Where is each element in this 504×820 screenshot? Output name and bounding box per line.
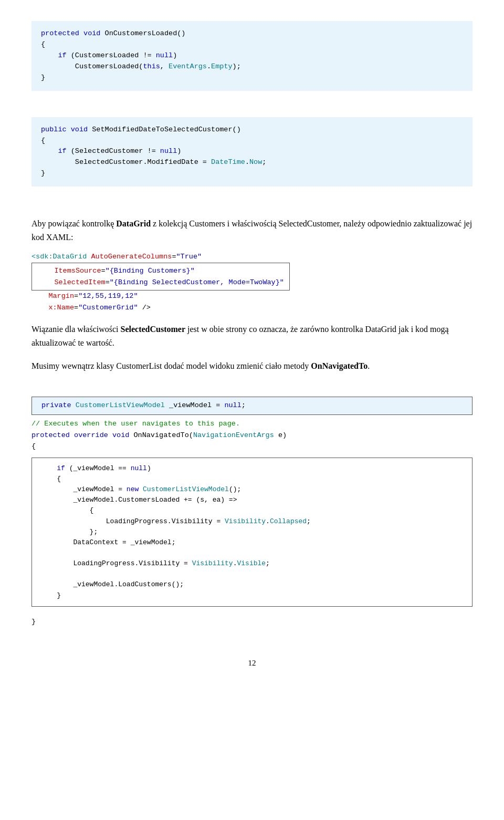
code-block-inner-navigated: if (_viewModel == null) { _viewModel = n… <box>32 458 472 607</box>
visibility-visible: Visible <box>237 559 266 567</box>
keyword-null3: null <box>224 401 241 409</box>
type-visibility2: Visibility <box>192 559 233 567</box>
paragraph-binding-explanation: Wiązanie dla właściwości SelectedCustome… <box>32 323 472 349</box>
comment-executes: // Executes when the user navigates to t… <box>32 420 240 428</box>
xaml-val-itemssource: "{Binding Customers}" <box>106 267 195 275</box>
code-closing-brace: } <box>32 616 472 628</box>
keyword-public: public <box>41 126 67 133</box>
keyword-void: void <box>83 29 100 37</box>
page-content: protected void OnCustomersLoaded() { if … <box>32 21 472 668</box>
keyword-protected: protected <box>41 29 79 37</box>
xaml-bordered-block: ItemsSource="{Binding Customers}" Select… <box>32 263 290 290</box>
xaml-val-true: "True" <box>176 253 202 261</box>
keyword-protected2: protected <box>32 431 70 439</box>
type-navargs: NavigationEventArgs <box>193 431 274 439</box>
separator2 <box>32 196 472 207</box>
keyword-this: this <box>143 63 160 70</box>
type-customerlistviewmodel: CustomerListViewModel <box>76 401 165 409</box>
code-viewmodel-declaration: private CustomerListViewModel _viewModel… <box>32 397 472 415</box>
page-number: 12 <box>32 659 472 668</box>
code-block-on-customers-loaded: protected void OnCustomersLoaded() { if … <box>32 21 472 91</box>
xaml-attr-xname: x:Name <box>48 304 74 312</box>
separator3 <box>32 380 472 391</box>
xaml-attr-itemssource: ItemsSource <box>54 267 101 275</box>
keyword-void2: void <box>71 126 88 133</box>
xaml-tag-sdk: <sdk:DataGrid <box>32 253 87 261</box>
xaml-val-margin: "12,55,119,12" <box>78 292 138 300</box>
keyword-null4: null <box>131 464 147 472</box>
keyword-void3: void <box>112 431 129 439</box>
eventargs-ref: EventArgs <box>169 63 207 70</box>
bold-selectedcustomer: SelectedCustomer <box>121 325 186 334</box>
xaml-attr-autogenerate: AutoGenerateColumns <box>91 253 172 261</box>
visibility-collapsed: Collapsed <box>270 517 307 525</box>
datetime-now: Now <box>249 158 262 166</box>
xaml-val-xname: "CustomerGrid" <box>78 304 138 312</box>
code-comment-onnavigated: // Executes when the user navigates to t… <box>32 418 472 452</box>
xaml-attr-selecteditem: SelectedItem <box>54 278 105 286</box>
keyword-new: new <box>127 485 139 493</box>
keyword-override: override <box>74 431 108 439</box>
xaml-val-selecteditem: "{Binding SelectedCustomer, Mode=TwoWay}… <box>110 278 284 286</box>
keyword-null: null <box>156 51 173 59</box>
xaml-section: <sdk:DataGrid AutoGenerateColumns="True"… <box>32 251 472 313</box>
xaml-attr-margin: Margin <box>48 292 74 300</box>
eventargs-empty: Empty <box>211 63 233 70</box>
separator1 <box>32 100 472 112</box>
paragraph-datagrid-intro: Aby powiązać kontrolkę DataGrid z kolekc… <box>32 217 472 244</box>
type-clvm-new: CustomerListViewModel <box>143 485 229 493</box>
keyword-if3: if <box>57 464 65 472</box>
bold-onnavigatedto: OnNavigatedTo <box>311 361 368 370</box>
code-block-set-modified: public void SetModifiedDateToSelectedCus… <box>32 117 472 187</box>
bold-datagrid: DataGrid <box>116 219 151 228</box>
keyword-if2: if <box>58 147 66 155</box>
type-visibility: Visibility <box>225 517 266 525</box>
keyword-if: if <box>58 51 66 59</box>
xaml-outer: <sdk:DataGrid AutoGenerateColumns="True"… <box>32 251 472 313</box>
keyword-null2: null <box>160 147 177 155</box>
keyword-private: private <box>41 401 71 409</box>
paragraph-onnavigatedto-intro: Musimy wewnątrz klasy CustomerList dodać… <box>32 359 472 373</box>
datetime-ref: DateTime <box>211 158 245 166</box>
